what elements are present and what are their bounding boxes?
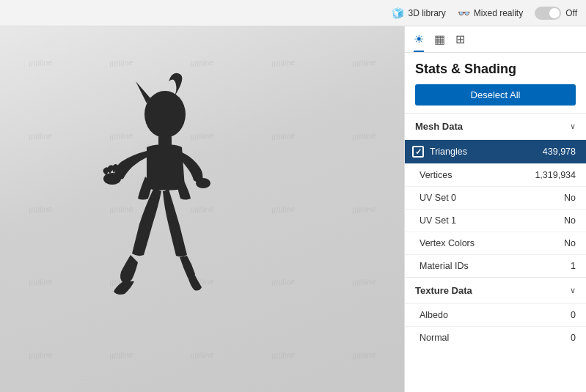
mixed-reality-label: Mixed reality: [474, 8, 523, 18]
library-label: 3D library: [408, 8, 445, 18]
tab-grid[interactable]: ⊞: [455, 32, 465, 52]
mesh-data-chevron: ∨: [570, 122, 576, 131]
uv-set-0-label: UV Set 0: [420, 193, 456, 203]
vertices-row: Vertices 1,319,934: [405, 163, 586, 186]
svg-point-0: [144, 91, 186, 138]
svg-marker-1: [136, 81, 150, 103]
uv-set-1-label: UV Set 1: [420, 215, 456, 226]
uv-set-1-value: No: [564, 215, 576, 226]
material-ids-label: Material IDs: [420, 261, 469, 271]
watermark-cell: IIIIIline: [321, 169, 404, 249]
library-icon: 🧊: [392, 7, 404, 19]
normal-label: Normal: [420, 333, 449, 343]
triangles-label-container: Triangles: [412, 146, 467, 158]
toggle-off-label: Off: [565, 8, 577, 18]
panel-tabs: ☀ ▦ ⊞: [405, 26, 586, 53]
tab-sun[interactable]: ☀: [414, 32, 424, 52]
albedo-row: Albedo 0: [405, 303, 586, 326]
mixed-reality-toggle[interactable]: [535, 7, 561, 20]
texture-data-section-header[interactable]: Texture Data ∨: [405, 277, 586, 303]
watermark-cell: IIIIIline: [321, 316, 404, 392]
albedo-label: Albedo: [420, 310, 448, 320]
triangles-checkbox[interactable]: [412, 146, 424, 158]
viewport[interactable]: IIIIIline IIIIIline IIIIIline IIIIIline …: [0, 26, 404, 392]
material-ids-row: Material IDs 1: [405, 254, 586, 277]
vertex-colors-row: Vertex Colors No: [405, 232, 586, 254]
mesh-data-title: Mesh Data: [415, 121, 463, 132]
material-ids-value: 1: [571, 261, 576, 271]
toggle-container: Off: [535, 7, 577, 20]
right-panel: ☀ ▦ ⊞ Stats & Shading Deselect All Mesh …: [404, 26, 586, 392]
panel-header: Stats & Shading Deselect All: [405, 53, 586, 113]
main-content: IIIIIline IIIIIline IIIIIline IIIIIline …: [0, 26, 586, 392]
vertices-label: Vertices: [420, 170, 452, 180]
watermark-cell: IIIIIline: [321, 26, 404, 103]
mixed-reality-button[interactable]: 👓 Mixed reality: [458, 7, 523, 19]
normal-value: 0: [571, 333, 576, 343]
uv-set-0-value: No: [564, 193, 576, 203]
watermark-cell: IIIIIline: [321, 243, 404, 322]
character-figure: [59, 70, 264, 349]
uv-set-1-row: UV Set 1 No: [405, 209, 586, 232]
vertex-colors-label: Vertex Colors: [420, 238, 475, 248]
panel-title: Stats & Shading: [415, 62, 576, 77]
texture-data-title: Texture Data: [415, 285, 472, 296]
tab-stats[interactable]: ▦: [434, 32, 445, 52]
vertex-colors-value: No: [564, 238, 576, 248]
albedo-value: 0: [571, 310, 576, 320]
deselect-all-button[interactable]: Deselect All: [415, 84, 576, 106]
mesh-data-section-header[interactable]: Mesh Data ∨: [405, 113, 586, 139]
triangles-row[interactable]: Triangles 439,978: [405, 139, 586, 163]
triangles-label: Triangles: [430, 147, 467, 157]
normal-row: Normal 0: [405, 326, 586, 349]
3d-library-button[interactable]: 🧊 3D library: [392, 7, 445, 19]
texture-data-chevron: ∨: [570, 286, 576, 295]
watermark-cell: IIIIIline: [321, 96, 404, 176]
svg-point-4: [196, 178, 210, 188]
mixed-reality-icon: 👓: [458, 7, 470, 19]
top-bar: 🧊 3D library 👓 Mixed reality Off: [0, 0, 586, 26]
vertices-value: 1,319,934: [535, 170, 576, 180]
uv-set-0-row: UV Set 0 No: [405, 186, 586, 209]
triangles-value: 439,978: [543, 147, 576, 157]
